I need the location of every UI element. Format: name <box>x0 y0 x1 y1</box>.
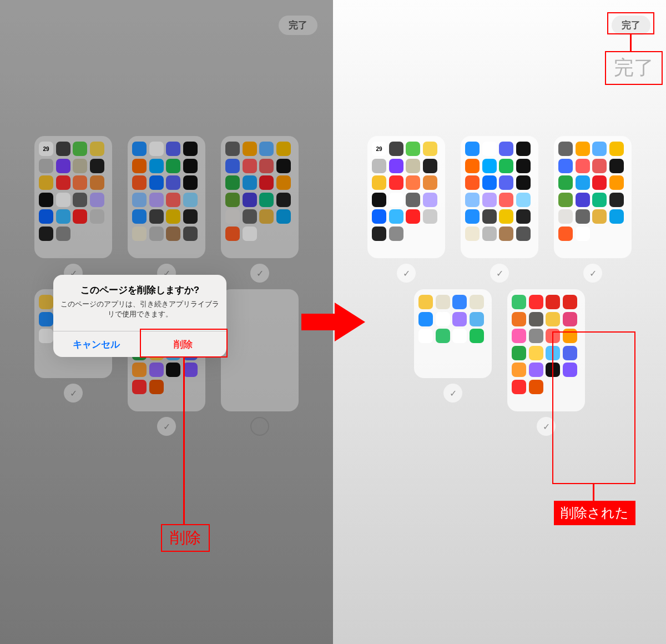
app-icon <box>499 142 513 156</box>
app-icon <box>423 175 437 190</box>
app-icon <box>465 142 480 156</box>
app-icon <box>529 295 543 309</box>
callout-line <box>183 358 185 524</box>
app-icon <box>372 175 386 190</box>
app-icon <box>592 193 607 207</box>
app-icon <box>499 175 513 190</box>
callout-done-highlight <box>607 12 654 34</box>
page-thumb[interactable]: 29✓ <box>367 136 445 283</box>
right-panel: 完了 29✓✓✓✓✓ 完了 削除された <box>333 0 666 644</box>
left-panel: 完了 29✓✓✓✓✓ このページを削除しますか? このページのアプリは、引き続き… <box>0 0 333 644</box>
app-icon <box>372 159 386 173</box>
callout-deleted-label: 削除された <box>554 501 635 525</box>
app-icon <box>529 312 543 326</box>
app-icon <box>592 159 607 173</box>
app-icon <box>516 209 531 224</box>
page-thumbnail[interactable] <box>461 136 538 258</box>
app-icon <box>609 209 624 224</box>
app-icon <box>418 329 433 343</box>
app-icon <box>516 227 531 241</box>
app-icon <box>418 312 433 326</box>
app-icon <box>482 142 497 156</box>
app-icon <box>423 193 437 207</box>
app-icon <box>470 312 484 326</box>
app-icon <box>558 142 573 156</box>
callout-done-label: 完了 <box>605 51 663 85</box>
app-icon <box>423 159 437 173</box>
app-icon <box>465 159 480 173</box>
callout-line <box>593 484 594 501</box>
app-icon <box>389 193 403 207</box>
app-icon <box>512 380 526 394</box>
app-icon <box>512 329 526 343</box>
app-icon <box>389 159 403 173</box>
calendar-icon: 29 <box>372 142 386 156</box>
app-icon <box>516 193 531 207</box>
app-icon <box>389 209 403 224</box>
page-check[interactable]: ✓ <box>443 384 462 402</box>
app-icon <box>499 209 513 224</box>
app-icon <box>423 209 437 224</box>
deleted-slot-highlight <box>552 331 635 484</box>
app-icon <box>418 295 433 309</box>
page-check[interactable]: ✓ <box>490 264 509 283</box>
alert-body: このページを削除しますか? このページのアプリは、引き続きアプリライブラリで使用… <box>53 275 226 331</box>
app-icon <box>406 142 420 156</box>
app-icon <box>529 380 543 394</box>
app-icon <box>609 142 624 156</box>
app-icon <box>576 142 590 156</box>
page-thumbnail[interactable]: 29 <box>367 136 445 258</box>
app-icon <box>465 227 480 241</box>
app-icon <box>576 159 590 173</box>
page-check[interactable]: ✓ <box>583 264 602 283</box>
app-icon <box>406 175 420 190</box>
app-icon <box>452 295 467 309</box>
app-icon <box>452 329 467 343</box>
callout-delete-highlight <box>140 329 228 358</box>
app-icon <box>465 193 480 207</box>
app-icon <box>529 363 543 377</box>
page-thumb[interactable]: ✓ <box>461 136 538 283</box>
app-icon <box>372 193 386 207</box>
app-icon <box>423 142 437 156</box>
app-icon <box>470 295 484 309</box>
app-icon <box>609 159 624 173</box>
page-thumbnail[interactable] <box>554 136 632 258</box>
app-icon <box>576 227 590 241</box>
app-icon <box>576 175 590 190</box>
app-icon <box>512 312 526 326</box>
app-icon <box>452 312 467 326</box>
app-icon <box>516 175 531 190</box>
app-icon <box>465 209 480 224</box>
app-icon <box>609 193 624 207</box>
page-thumbnail[interactable] <box>414 289 492 378</box>
callout-line <box>630 34 632 51</box>
app-icon <box>529 346 543 360</box>
app-icon <box>576 209 590 224</box>
app-icon <box>529 329 543 343</box>
app-icon <box>499 193 513 207</box>
app-icon <box>558 227 573 241</box>
cancel-button[interactable]: キャンセル <box>53 331 140 357</box>
app-icon <box>558 209 573 224</box>
app-icon <box>465 175 480 190</box>
svg-marker-0 <box>301 303 365 341</box>
app-icon <box>482 175 497 190</box>
app-icon <box>406 159 420 173</box>
page-thumb[interactable]: ✓ <box>554 136 632 283</box>
page-thumb[interactable]: ✓ <box>414 289 492 436</box>
app-icon <box>482 227 497 241</box>
app-icon <box>372 227 386 241</box>
callout-delete-label: 削除 <box>161 524 210 552</box>
app-icon <box>558 193 573 207</box>
app-icon <box>609 175 624 190</box>
app-icon <box>558 159 573 173</box>
app-icon <box>592 142 607 156</box>
app-icon <box>546 312 560 326</box>
app-icon <box>406 209 420 224</box>
app-icon <box>512 346 526 360</box>
app-icon <box>389 227 403 241</box>
app-icon <box>576 193 590 207</box>
app-icon <box>592 175 607 190</box>
page-check[interactable]: ✓ <box>397 264 416 283</box>
